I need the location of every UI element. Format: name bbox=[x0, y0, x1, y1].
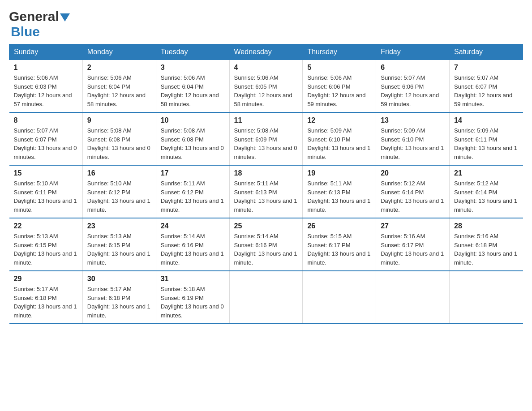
sunrise-label: Sunrise: 5:09 AM bbox=[307, 127, 352, 134]
sunrise-label: Sunrise: 5:16 AM bbox=[381, 233, 425, 240]
daylight-label: Daylight: 13 hours and 1 minute. bbox=[161, 250, 224, 266]
day-info: Sunrise: 5:14 AM Sunset: 6:16 PM Dayligh… bbox=[234, 232, 298, 267]
day-number: 12 bbox=[307, 116, 371, 124]
calendar-cell: 13 Sunrise: 5:09 AM Sunset: 6:10 PM Dayl… bbox=[376, 112, 450, 165]
day-number: 8 bbox=[14, 116, 78, 124]
sunrise-label: Sunrise: 5:11 AM bbox=[307, 180, 352, 187]
day-info: Sunrise: 5:07 AM Sunset: 6:06 PM Dayligh… bbox=[381, 73, 445, 108]
day-info: Sunrise: 5:11 AM Sunset: 6:12 PM Dayligh… bbox=[161, 179, 225, 214]
day-info: Sunrise: 5:06 AM Sunset: 6:04 PM Dayligh… bbox=[161, 73, 225, 108]
calendar-cell: 10 Sunrise: 5:08 AM Sunset: 6:08 PM Dayl… bbox=[156, 112, 229, 165]
sunrise-label: Sunrise: 5:09 AM bbox=[454, 127, 498, 134]
daylight-label: Daylight: 13 hours and 1 minute. bbox=[454, 197, 517, 213]
sunrise-label: Sunrise: 5:07 AM bbox=[14, 127, 58, 134]
daylight-label: Daylight: 13 hours and 1 minute. bbox=[381, 197, 444, 213]
sunset-label: Sunset: 6:13 PM bbox=[234, 189, 277, 196]
sunrise-label: Sunrise: 5:06 AM bbox=[87, 74, 132, 81]
calendar-week-row: 1 Sunrise: 5:06 AM Sunset: 6:03 PM Dayli… bbox=[9, 60, 523, 113]
calendar-header-row: SundayMondayTuesdayWednesdayThursdayFrid… bbox=[9, 44, 523, 60]
header-monday: Monday bbox=[82, 44, 156, 60]
logo-area: General Blue bbox=[9, 9, 70, 39]
day-info: Sunrise: 5:06 AM Sunset: 6:06 PM Dayligh… bbox=[307, 73, 371, 108]
page-header: General Blue bbox=[9, 9, 523, 39]
calendar-cell: 4 Sunrise: 5:06 AM Sunset: 6:05 PM Dayli… bbox=[229, 60, 303, 113]
sunset-label: Sunset: 6:04 PM bbox=[161, 83, 204, 90]
logo-blue-text: Blue bbox=[11, 24, 40, 39]
sunset-label: Sunset: 6:06 PM bbox=[307, 83, 350, 90]
sunset-label: Sunset: 6:10 PM bbox=[307, 136, 350, 143]
sunset-label: Sunset: 6:18 PM bbox=[454, 242, 497, 248]
sunrise-label: Sunrise: 5:17 AM bbox=[14, 286, 58, 292]
day-number: 23 bbox=[87, 222, 151, 230]
daylight-label: Daylight: 13 hours and 0 minutes. bbox=[161, 145, 224, 160]
day-number: 17 bbox=[161, 169, 225, 177]
daylight-label: Daylight: 13 hours and 1 minute. bbox=[307, 197, 370, 213]
daylight-label: Daylight: 12 hours and 59 minutes. bbox=[381, 92, 439, 107]
daylight-label: Daylight: 12 hours and 59 minutes. bbox=[307, 92, 365, 107]
day-number: 9 bbox=[87, 116, 151, 124]
daylight-label: Daylight: 13 hours and 1 minute. bbox=[14, 197, 77, 213]
header-sunday: Sunday bbox=[9, 44, 83, 60]
day-info: Sunrise: 5:14 AM Sunset: 6:16 PM Dayligh… bbox=[161, 232, 225, 267]
calendar-cell: 30 Sunrise: 5:17 AM Sunset: 6:18 PM Dayl… bbox=[82, 271, 156, 324]
sunrise-label: Sunrise: 5:12 AM bbox=[381, 180, 425, 187]
day-info: Sunrise: 5:08 AM Sunset: 6:09 PM Dayligh… bbox=[234, 126, 298, 161]
sunrise-label: Sunrise: 5:16 AM bbox=[454, 233, 498, 240]
daylight-label: Daylight: 13 hours and 1 minute. bbox=[87, 250, 150, 266]
calendar-week-row: 22 Sunrise: 5:13 AM Sunset: 6:15 PM Dayl… bbox=[9, 218, 523, 271]
calendar-cell: 16 Sunrise: 5:10 AM Sunset: 6:12 PM Dayl… bbox=[82, 165, 156, 218]
day-info: Sunrise: 5:13 AM Sunset: 6:15 PM Dayligh… bbox=[87, 232, 151, 267]
calendar-cell: 5 Sunrise: 5:06 AM Sunset: 6:06 PM Dayli… bbox=[303, 60, 376, 113]
daylight-label: Daylight: 12 hours and 59 minutes. bbox=[454, 92, 512, 107]
day-number: 4 bbox=[234, 64, 298, 72]
day-info: Sunrise: 5:17 AM Sunset: 6:18 PM Dayligh… bbox=[14, 285, 78, 320]
header-friday: Friday bbox=[376, 44, 450, 60]
day-number: 13 bbox=[381, 116, 445, 124]
daylight-label: Daylight: 13 hours and 1 minute. bbox=[307, 145, 370, 160]
daylight-label: Daylight: 12 hours and 58 minutes. bbox=[234, 92, 292, 107]
sunrise-label: Sunrise: 5:12 AM bbox=[454, 180, 498, 187]
calendar-cell: 21 Sunrise: 5:12 AM Sunset: 6:14 PM Dayl… bbox=[450, 165, 523, 218]
daylight-label: Daylight: 13 hours and 1 minute. bbox=[161, 197, 224, 213]
sunrise-label: Sunrise: 5:10 AM bbox=[14, 180, 58, 187]
day-number: 6 bbox=[381, 64, 445, 72]
day-number: 22 bbox=[14, 222, 78, 230]
sunrise-label: Sunrise: 5:06 AM bbox=[307, 74, 352, 81]
header-thursday: Thursday bbox=[303, 44, 376, 60]
sunrise-label: Sunrise: 5:06 AM bbox=[234, 74, 279, 81]
sunrise-label: Sunrise: 5:11 AM bbox=[161, 180, 205, 187]
day-info: Sunrise: 5:09 AM Sunset: 6:10 PM Dayligh… bbox=[381, 126, 445, 161]
daylight-label: Daylight: 13 hours and 1 minute. bbox=[14, 250, 77, 266]
day-number: 29 bbox=[14, 275, 78, 283]
calendar-cell: 18 Sunrise: 5:11 AM Sunset: 6:13 PM Dayl… bbox=[229, 165, 303, 218]
day-number: 30 bbox=[87, 275, 151, 283]
day-number: 10 bbox=[161, 116, 225, 124]
calendar-cell: 15 Sunrise: 5:10 AM Sunset: 6:11 PM Dayl… bbox=[9, 165, 83, 218]
sunset-label: Sunset: 6:13 PM bbox=[307, 189, 350, 196]
daylight-label: Daylight: 13 hours and 1 minute. bbox=[381, 145, 444, 160]
day-number: 14 bbox=[454, 116, 518, 124]
daylight-label: Daylight: 13 hours and 1 minute. bbox=[381, 250, 444, 266]
day-info: Sunrise: 5:16 AM Sunset: 6:18 PM Dayligh… bbox=[454, 232, 518, 267]
day-info: Sunrise: 5:15 AM Sunset: 6:17 PM Dayligh… bbox=[307, 232, 371, 267]
sunrise-label: Sunrise: 5:11 AM bbox=[234, 180, 279, 187]
day-number: 24 bbox=[161, 222, 225, 230]
sunset-label: Sunset: 6:12 PM bbox=[161, 189, 204, 196]
sunset-label: Sunset: 6:17 PM bbox=[307, 242, 350, 248]
calendar-cell bbox=[450, 271, 523, 324]
day-number: 2 bbox=[87, 64, 151, 72]
sunset-label: Sunset: 6:11 PM bbox=[454, 136, 497, 143]
daylight-label: Daylight: 13 hours and 1 minute. bbox=[87, 197, 150, 213]
day-number: 25 bbox=[234, 222, 298, 230]
daylight-label: Daylight: 12 hours and 58 minutes. bbox=[87, 92, 146, 107]
day-number: 18 bbox=[234, 169, 298, 177]
day-number: 26 bbox=[307, 222, 371, 230]
sunset-label: Sunset: 6:08 PM bbox=[87, 136, 130, 143]
sunrise-label: Sunrise: 5:09 AM bbox=[381, 127, 425, 134]
sunset-label: Sunset: 6:07 PM bbox=[14, 136, 57, 143]
day-info: Sunrise: 5:08 AM Sunset: 6:08 PM Dayligh… bbox=[87, 126, 151, 161]
sunrise-label: Sunrise: 5:08 AM bbox=[234, 127, 279, 134]
sunset-label: Sunset: 6:14 PM bbox=[381, 189, 424, 196]
svg-marker-0 bbox=[60, 13, 70, 21]
daylight-label: Daylight: 13 hours and 0 minutes. bbox=[87, 145, 150, 160]
